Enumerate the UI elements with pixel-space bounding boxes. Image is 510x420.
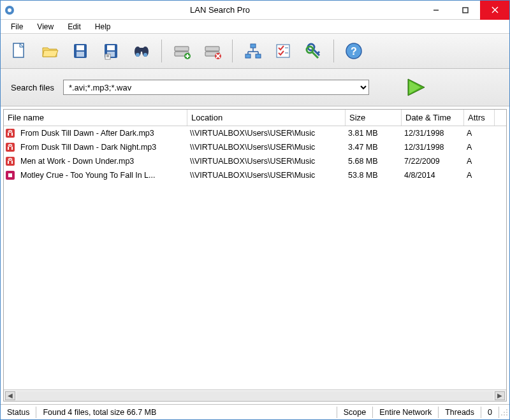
svg-point-1 — [8, 8, 11, 12]
svg-point-64 — [506, 412, 507, 413]
menu-file[interactable]: File — [4, 21, 29, 33]
svg-point-21 — [143, 53, 147, 57]
svg-point-63 — [504, 414, 505, 416]
svg-line-44 — [317, 52, 319, 54]
drive-add-button[interactable] — [168, 38, 195, 64]
svg-rect-53 — [11, 133, 13, 136]
title-bar: LAN Search Pro — [1, 1, 509, 20]
cell-size: 3.81 MB — [346, 127, 402, 139]
window-title: LAN Search Pro — [18, 5, 421, 15]
search-panel: Search files *.avi;*.mp3;*.wav — [1, 69, 509, 106]
svg-rect-58 — [8, 161, 9, 164]
svg-rect-32 — [251, 44, 256, 48]
table-row[interactable]: Men at Work - Down Under.mp3\\VIRTUALBOX… — [4, 154, 506, 168]
svg-rect-33 — [245, 54, 251, 58]
svg-point-62 — [506, 414, 507, 416]
svg-rect-55 — [8, 147, 9, 150]
cell-attrs: A — [464, 170, 495, 181]
column-header-attrs[interactable]: Attrs — [464, 110, 495, 126]
search-label: Search files — [11, 83, 54, 92]
svg-rect-61 — [8, 173, 12, 177]
audio-icon — [5, 142, 15, 152]
start-search-button[interactable] — [404, 76, 429, 98]
svg-point-65 — [501, 414, 502, 416]
table-row[interactable]: From Dusk Till Dawn - After Dark.mp3\\VI… — [4, 126, 506, 140]
svg-rect-27 — [205, 47, 219, 51]
search-binoculars-button[interactable] — [128, 38, 155, 64]
column-header-date[interactable]: Date & Time — [402, 110, 464, 126]
close-button[interactable] — [480, 1, 509, 20]
menu-view[interactable]: View — [31, 21, 60, 33]
svg-rect-9 — [76, 45, 84, 50]
status-bar: Status Found 4 files, total size 66.7 MB… — [1, 404, 509, 419]
video-icon — [5, 170, 15, 180]
results-list: File name Location Size Date & Time Attr… — [3, 109, 507, 402]
help-button[interactable]: ? — [340, 38, 367, 64]
svg-rect-34 — [256, 54, 261, 58]
cell-filename: Men at Work - Down Under.mp3 — [18, 156, 187, 167]
svg-point-20 — [136, 53, 140, 57]
results-rows: From Dusk Till Dawn - After Dark.mp3\\VI… — [4, 126, 506, 389]
app-window: LAN Search Pro File View Edit Help ? Sea… — [0, 0, 510, 420]
cell-filename: From Dusk Till Dawn - Dark Night.mp3 — [18, 141, 187, 153]
svg-rect-12 — [107, 45, 115, 50]
cell-filename: Motley Crue - Too Young To Fall In L... — [18, 170, 187, 181]
cell-size: 5.68 MB — [346, 156, 402, 167]
cell-location: \\VIRTUALBOX\Users\USER\Music — [187, 170, 346, 181]
menu-edit[interactable]: Edit — [61, 21, 87, 33]
resize-grip-icon[interactable] — [499, 407, 509, 417]
table-row[interactable]: From Dusk Till Dawn - Dark Night.mp3\\VI… — [4, 140, 506, 154]
window-controls — [421, 1, 509, 20]
status-label: Status — [1, 407, 36, 418]
save-batch-button[interactable] — [98, 38, 124, 64]
cell-date: 12/31/1998 — [402, 141, 464, 153]
svg-rect-19 — [140, 48, 143, 52]
cell-date: 7/22/2009 — [402, 156, 464, 167]
save-button[interactable] — [67, 38, 94, 64]
scope-label: Scope — [337, 407, 373, 418]
toolbar-separator — [333, 40, 334, 62]
cell-location: \\VIRTUALBOX\Users\USER\Music — [187, 127, 346, 139]
column-headers: File name Location Size Date & Time Attr… — [4, 110, 506, 126]
credentials-keys-button[interactable] — [300, 38, 327, 64]
svg-rect-10 — [76, 52, 84, 57]
options-checklist-button[interactable] — [270, 38, 296, 64]
toolbar-separator — [161, 40, 162, 62]
maximize-button[interactable] — [451, 1, 480, 20]
column-header-filename[interactable]: File name — [4, 110, 187, 126]
toolbar: ? — [1, 34, 509, 69]
cell-date: 12/31/1998 — [402, 127, 464, 139]
status-message: Found 4 files, total size 66.7 MB — [36, 407, 337, 418]
scroll-track[interactable] — [17, 391, 493, 400]
drive-remove-button[interactable] — [199, 38, 226, 64]
svg-rect-59 — [11, 161, 13, 164]
threads-label: Threads — [439, 407, 481, 418]
column-header-location[interactable]: Location — [187, 110, 346, 126]
scroll-right-arrow[interactable]: ▶ — [495, 391, 505, 400]
svg-rect-3 — [463, 8, 468, 13]
audio-icon — [5, 128, 15, 138]
cell-filename: From Dusk Till Dawn - After Dark.mp3 — [18, 127, 187, 139]
threads-value: 0 — [481, 407, 499, 418]
svg-point-66 — [504, 412, 505, 413]
cell-size: 53.8 MB — [346, 170, 402, 181]
app-icon — [4, 5, 15, 15]
network-button[interactable] — [239, 38, 266, 64]
horizontal-scrollbar[interactable]: ◀ ▶ — [4, 389, 506, 401]
svg-rect-52 — [8, 133, 9, 136]
scroll-left-arrow[interactable]: ◀ — [5, 391, 15, 400]
search-pattern-input[interactable]: *.avi;*.mp3;*.wav — [63, 80, 369, 95]
svg-rect-56 — [11, 147, 13, 150]
new-file-button[interactable] — [6, 38, 33, 64]
audio-icon — [5, 156, 15, 166]
cell-attrs: A — [464, 141, 495, 153]
menu-bar: File View Edit Help — [1, 20, 509, 34]
svg-rect-22 — [175, 47, 189, 51]
table-row[interactable]: Motley Crue - Too Young To Fall In L...\… — [4, 168, 506, 182]
cell-location: \\VIRTUALBOX\Users\USER\Music — [187, 156, 346, 167]
minimize-button[interactable] — [421, 1, 451, 20]
cell-size: 3.47 MB — [346, 141, 402, 153]
column-header-size[interactable]: Size — [346, 110, 402, 126]
open-folder-button[interactable] — [36, 38, 63, 64]
menu-help[interactable]: Help — [89, 21, 117, 33]
